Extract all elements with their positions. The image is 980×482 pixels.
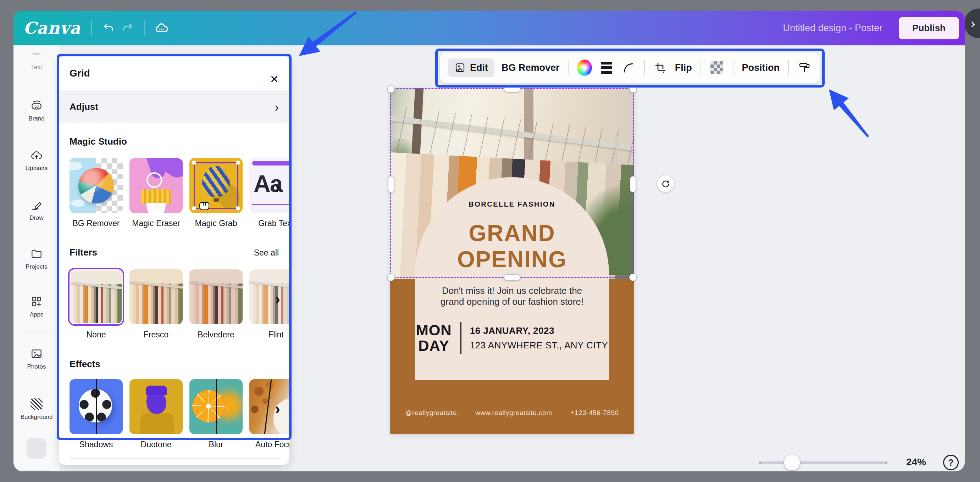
sidebar-item-text[interactable]: Text	[13, 64, 60, 71]
zoom-level[interactable]: 24%	[899, 457, 934, 468]
sidebar-item-draw[interactable]: Draw	[13, 198, 60, 222]
curve-button[interactable]	[621, 60, 636, 76]
filter-belvedere-thumb[interactable]	[189, 270, 243, 324]
adjust-row[interactable]: Adjust ›	[59, 90, 290, 123]
magic-grab-thumb[interactable]	[189, 158, 243, 213]
poster-social: @reallygreatsite	[406, 409, 457, 417]
poster-headline[interactable]: GRAND OPENING	[390, 220, 634, 273]
sidebar-item-projects[interactable]: Projects	[13, 247, 60, 270]
filter-item-flint[interactable]: Flint	[249, 270, 290, 339]
poster-brand-text[interactable]: BORCELLE FASHION	[390, 200, 634, 208]
resize-handle-left[interactable]	[388, 176, 394, 192]
divider	[21, 332, 52, 333]
image-icon	[30, 347, 43, 360]
cloud-sync-button[interactable]	[152, 18, 171, 38]
bg-remover-thumb[interactable]	[70, 158, 123, 213]
filter-item-none[interactable]: None	[70, 270, 123, 339]
color-wheel-button[interactable]	[577, 60, 592, 76]
copy-style-button[interactable]	[797, 60, 812, 76]
sidebar-item-apps[interactable]: Apps	[13, 295, 60, 318]
effect-item-shadows[interactable]: Shadows	[70, 379, 123, 449]
resize-handle-right[interactable]	[630, 176, 636, 192]
magic-studio-row: BG Remover Magic Eraser	[70, 158, 279, 228]
help-button[interactable]: ?	[943, 455, 959, 470]
zoom-slider-thumb[interactable]	[784, 455, 800, 470]
divider	[460, 322, 461, 354]
flip-button[interactable]: Flip	[675, 62, 692, 73]
filters-heading: Filters	[70, 247, 97, 257]
folder-icon	[30, 247, 43, 260]
filter-fresco-thumb[interactable]	[129, 270, 183, 324]
skeleton-placeholder	[21, 470, 52, 471]
resize-handle-nw[interactable]	[387, 86, 395, 93]
poster-canvas[interactable]: BORCELLE FASHION GRAND OPENING Don't mis…	[390, 88, 634, 434]
sidebar-item-background[interactable]: Background	[13, 398, 60, 421]
effect-blur-thumb[interactable]	[189, 379, 243, 434]
magic-studio-heading: Magic Studio	[70, 136, 279, 146]
svg-text:co: co	[34, 105, 39, 108]
edit-image-button[interactable]: Edit	[448, 59, 495, 77]
carousel-next-icon[interactable]: ›	[275, 399, 280, 418]
resize-handle-se[interactable]	[629, 274, 637, 281]
filter-none-thumb[interactable]	[70, 270, 123, 324]
color-wheel-icon	[577, 60, 592, 76]
adjust-levels-button[interactable]	[599, 60, 614, 76]
transparency-button[interactable]	[710, 60, 724, 76]
crop-button[interactable]	[653, 60, 668, 76]
chevron-right-icon: ›	[970, 16, 975, 32]
grab-hand-cursor	[199, 202, 209, 210]
redo-button[interactable]	[118, 18, 137, 38]
poster-date: 16 JANUARY, 2023	[470, 325, 608, 336]
rotate-icon	[661, 179, 670, 189]
poster-address: 123 ANYWHERE ST., ANY CITY	[470, 340, 608, 351]
resize-handle-ne[interactable]	[629, 86, 637, 93]
filters-see-all-link[interactable]: See all	[254, 248, 279, 258]
magic-eraser-thumb[interactable]	[129, 158, 183, 213]
effect-shadows-thumb[interactable]	[70, 379, 123, 434]
app-window: Canva Untitled design - Poster Publish	[13, 11, 965, 471]
resize-handle-bottom[interactable]	[504, 274, 520, 280]
filter-flint-thumb[interactable]	[249, 270, 290, 324]
sidebar-item-uploads[interactable]: Uploads	[13, 149, 60, 172]
effect-item-blur[interactable]: Blur	[189, 379, 243, 449]
magic-studio-item-magic-grab[interactable]: Magic Grab	[189, 158, 243, 228]
magic-studio-item-bg-remover[interactable]: BG Remover	[70, 158, 123, 228]
resize-handle-top[interactable]	[504, 86, 520, 92]
thick-bars-icon	[601, 62, 612, 74]
undo-button[interactable]	[99, 18, 118, 38]
poster-website: www.reallygreatsite.com	[475, 409, 552, 417]
resize-handle-sw[interactable]	[387, 274, 395, 281]
effect-duotone-thumb[interactable]	[129, 379, 183, 434]
bg-remover-button[interactable]: BG Remover	[501, 62, 560, 73]
paint-roller-icon	[798, 61, 811, 74]
effect-item-auto-focus[interactable]: Auto Focus	[249, 379, 290, 449]
effect-item-duotone[interactable]: Duotone	[129, 379, 183, 449]
sidebar-item-brand[interactable]: co Brand	[13, 99, 60, 122]
cloud-icon	[154, 21, 169, 35]
poster-event-block[interactable]: MON DAY 16 JANUARY, 2023 123 ANYWHERE ST…	[390, 322, 634, 354]
apps-grid-icon	[30, 295, 43, 308]
effect-auto-focus-thumb[interactable]	[249, 379, 290, 434]
canva-logo[interactable]: Canva	[24, 18, 81, 38]
filter-item-fresco[interactable]: Fresco	[129, 270, 183, 339]
rotate-handle[interactable]	[657, 176, 674, 192]
frame-close-button[interactable]: ›	[964, 8, 980, 38]
carousel-next-icon[interactable]: ›	[275, 289, 280, 308]
grab-text-thumb[interactable]: Aa	[249, 158, 290, 213]
position-button[interactable]: Position	[742, 62, 780, 73]
filter-item-belvedere[interactable]: Belvedere	[189, 270, 243, 339]
edit-image-icon	[454, 62, 466, 73]
publish-button[interactable]: Publish	[899, 17, 959, 39]
transparency-checker-icon	[710, 61, 723, 74]
zoom-slider-track[interactable]	[759, 461, 887, 464]
magic-studio-item-grab-text[interactable]: Aa Grab Text	[249, 158, 290, 228]
poster-footer[interactable]: @reallygreatsite www.reallygreatsite.com…	[390, 409, 634, 417]
poster-body-text[interactable]: Don't miss it! Join us celebrate the gra…	[390, 285, 634, 307]
close-panel-button[interactable]: ✕	[270, 68, 279, 90]
background-stripes-icon	[30, 398, 43, 411]
sidebar-item-photos[interactable]: Photos	[13, 347, 60, 370]
document-title[interactable]: Untitled design - Poster	[783, 23, 883, 34]
carousel-next-icon[interactable]: ›	[275, 178, 280, 197]
filters-row: None Fresco Belvedere Flint ›	[70, 270, 279, 339]
magic-studio-item-magic-eraser[interactable]: Magic Eraser	[129, 158, 183, 228]
